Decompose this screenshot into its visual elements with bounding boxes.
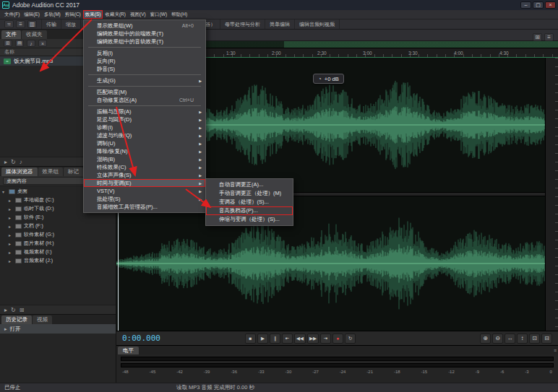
preview-play-icon[interactable]: ▸ [4,159,7,165]
zoom-vertical-button[interactable]: ↕ [517,334,528,344]
submenu-item[interactable]: 自动音调更正(A)... [206,180,293,189]
refresh-icon[interactable]: ↻ [11,307,16,313]
expand-arrow-icon[interactable] [9,215,13,220]
waveform-editor-button[interactable]: ≈ [4,20,14,28]
effects-menu-item[interactable]: 编辑效果组中的前端效果(T) [84,30,205,38]
expand-arrow-icon[interactable] [2,189,7,194]
menubar-item[interactable]: 帮助(H) [169,10,189,19]
go-to-end-button[interactable]: ⇥ [320,334,331,344]
workspace-button[interactable]: 传输 [42,19,61,29]
go-to-start-button[interactable]: ⇤ [282,334,293,344]
zoom-out-button[interactable]: ⊖ [492,334,503,344]
media-tree-item[interactable]: 软件 (E:) [0,213,116,222]
media-tree-item[interactable]: 文档 (F:) [0,222,116,230]
effects-menu-item[interactable]: 诊断(I) [84,123,205,131]
expand-arrow-icon[interactable] [9,241,13,246]
pause-button[interactable]: ∥ [270,334,280,344]
expand-arrow-icon[interactable] [9,250,13,255]
insert-into-multitrack-icon[interactable]: ♪ [27,40,35,47]
minimize-button[interactable]: – [520,1,531,9]
panel-tab[interactable]: 历史记录 [1,315,32,324]
expand-arrow-icon[interactable] [9,232,13,238]
effects-menu-item[interactable]: 延迟与回声(D) [84,116,205,123]
menubar-item[interactable]: 视图(V) [128,10,148,19]
expand-arrow-icon[interactable] [9,224,13,229]
submenu-item[interactable]: 变调器（处理）(S)... [206,198,293,206]
record-button[interactable]: ● [332,334,343,344]
effects-menu-item[interactable]: 时间与变调(E) [84,179,205,187]
volume-knob-icon[interactable]: ◔ [318,76,322,82]
panel-tab[interactable]: 视频 [33,315,52,324]
volume-hud[interactable]: ◔ +0 dB [313,74,344,84]
effects-menu-item[interactable]: 立体声声像(S) [84,171,205,179]
media-preview-play-icon[interactable]: ▸ [4,307,7,313]
open-file-button[interactable]: ▥ [27,20,37,28]
media-tree-item[interactable]: 视频素材 (I:) [0,248,116,256]
menubar-item[interactable]: 收藏夹(R) [103,10,128,19]
effects-menu-item[interactable]: 降噪/恢复(N) [84,147,205,155]
add-panel-icon[interactable]: ⊞ [533,33,542,41]
menubar-item[interactable]: 剪辑(C) [63,10,83,19]
expand-arrow-icon[interactable] [9,198,13,203]
auto-play-icon[interactable]: ♪ [20,159,22,165]
submenu-item[interactable]: 音高换档器(P)... [206,206,293,215]
rewind-button[interactable]: ◀◀ [294,334,306,344]
effects-menu-item[interactable]: 显示效果组(W) Alt+0 [84,22,205,30]
add-shortcut-icon[interactable]: ⊞ [20,307,25,313]
expand-arrow-icon[interactable] [9,258,13,263]
effects-menu-item[interactable]: 反向(R) [84,57,205,65]
effects-menu-item[interactable]: 静音(S) [84,65,205,73]
effects-menu-item[interactable]: 匹配响度(M) [84,88,205,96]
levels-tab[interactable]: 电平 [118,347,139,355]
panel-tab[interactable]: 文件 [1,30,21,39]
menubar-item[interactable]: 窗口(W) [148,10,169,19]
amplitude-ruler[interactable] [545,58,558,331]
workspace-button[interactable]: 简单编辑 [265,19,295,29]
zoom-in-button[interactable]: ⊕ [480,334,491,344]
menubar-item[interactable]: 效果(S) [83,10,103,19]
submenu-item[interactable]: 手动音调更正（处理）(M)... [206,189,293,198]
new-file-icon[interactable]: ▤ [15,40,24,47]
zoom-selection-button[interactable]: ⊡ [529,334,540,344]
workspace-button[interactable]: 母带处理与分析 [220,19,265,29]
expand-arrow-icon[interactable] [9,206,13,212]
panel-tab[interactable]: 标记 [64,167,83,176]
stop-button[interactable]: ■ [245,334,256,344]
maximize-button[interactable]: ▢ [533,1,544,9]
effects-menu-item[interactable]: 编辑效果组中的音轨效果(T) [84,38,205,45]
fast-forward-button[interactable]: ▶▶ [307,334,319,344]
time-display[interactable]: 0:00.000 [122,334,202,343]
workspace-button[interactable]: 缩放 [61,19,81,29]
loop-playback-button[interactable]: ↻ [345,334,356,344]
menubar-item[interactable]: 多轨(M) [42,10,63,19]
panel-tab[interactable]: 收藏夹 [22,30,47,39]
zoom-full-button[interactable]: ⊟ [541,334,552,344]
effects-menu-item[interactable]: 振幅与压限(A) [84,108,205,116]
effects-menu-item[interactable]: 生成(G) [84,77,205,84]
effects-menu-item[interactable]: 混响(B) [84,155,205,163]
effects-menu-item[interactable]: 滤波与均衡(Q) [84,131,205,139]
effects-menu-item[interactable]: 特殊效果(C) [84,163,205,171]
play-button[interactable]: ▶ [257,334,268,344]
zoom-horizontal-button[interactable]: ↔ [505,334,515,344]
media-tree-item[interactable]: 音频素材 (J:) [0,256,116,265]
workspace-button[interactable]: 编辑音频到视频 [295,19,340,29]
media-tree-item[interactable]: 软件素材 (G:) [0,230,116,239]
effects-menu-item[interactable]: 自动修复选区(A) Ctrl+U [84,96,205,104]
effects-menu-item[interactable]: 调制(U) [84,139,205,147]
close-file-icon[interactable]: × [38,40,47,47]
effects-menu-item[interactable]: 音频增效工具管理器(P)... [84,203,205,211]
panel-tab[interactable]: 效果组 [38,167,64,176]
effects-menu-item[interactable]: 反相(I) [84,49,205,57]
multitrack-editor-button[interactable]: ≡ [16,20,25,28]
loop-preview-icon[interactable]: ↻ [11,159,16,165]
panel-tab[interactable]: 媒体浏览器 [1,167,38,176]
menubar-item[interactable]: 编辑(E) [22,10,42,19]
menubar-item[interactable]: 文件(F) [2,10,22,19]
panel-menu-icon[interactable]: ≡ [554,348,557,353]
history-item[interactable]: ▸ 打开 [0,324,116,334]
import-file-icon[interactable]: ⊞ [4,40,12,47]
close-button[interactable]: × [545,1,556,9]
submenu-item[interactable]: 伸缩与变调（处理）(S)... [206,215,293,224]
effects-menu-item[interactable]: 批处理(S) [84,195,205,203]
